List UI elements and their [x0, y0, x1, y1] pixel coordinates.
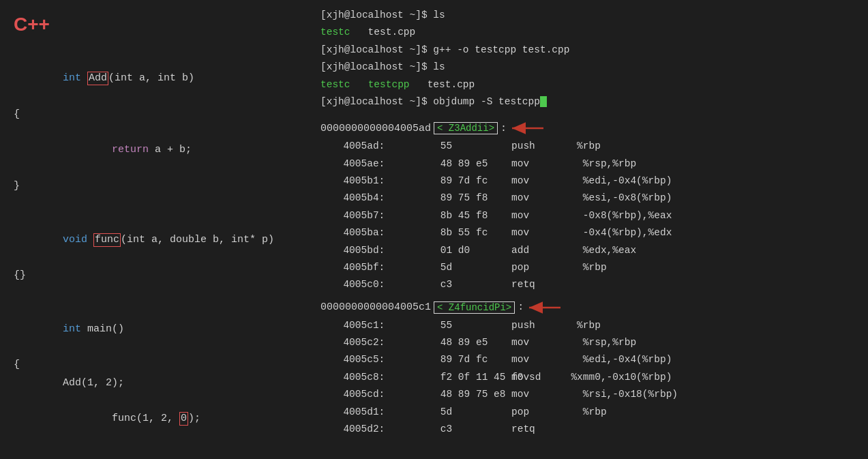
code-line-5 — [14, 195, 293, 213]
asm-bytes: 48 89 e5 — [375, 334, 511, 351]
asm-colon-1: : — [500, 123, 507, 134]
code-block: int Add(int a, int b) { return a + b; } … — [14, 52, 293, 459]
asm-section-2: 0000000000004005c1 < Z4funcidPi> : 4005c… — [320, 298, 854, 439]
asm-mangled-1: < Z3Addii> — [434, 122, 498, 134]
asm-row-1-7: 4005bd: 01 d0add %edx,%eax — [320, 242, 854, 259]
asm-instr: mov — [511, 334, 559, 351]
asm-op: %rsp,%rbp — [559, 156, 636, 173]
asm-header-1: 0000000000004005ad < Z3Addii> : — [320, 119, 854, 138]
brace-close-1: } — [14, 180, 20, 192]
asm-row-1-2: 4005ae: 48 89 e5mov %rsp,%rbp — [320, 156, 854, 173]
asm-op: %rsi,-0x18(%rbp) — [559, 386, 678, 403]
asm-op: %rsp,%rbp — [559, 334, 636, 351]
code-line-8 — [14, 284, 293, 302]
asm-instr: push — [511, 317, 559, 334]
asm-section-1: 0000000000004005ad < Z3Addii> : 4005ad: … — [320, 119, 854, 293]
term-line-4: [xjh@localhost ~]$ ls — [320, 59, 854, 76]
asm-instr: add — [511, 242, 559, 259]
asm-bytes: 55 — [375, 317, 511, 334]
asm-instr: movsd — [511, 369, 559, 386]
asm-row-1-6: 4005ba: 8b 55 fcmov -0x4(%rbp),%edx — [320, 224, 854, 241]
code-line-12: func(1, 2, 0); — [14, 392, 293, 446]
asm-bytes: 89 7d fc — [375, 351, 511, 368]
asm-addr-1: 0000000000004005ad — [320, 123, 431, 134]
asm-instr: mov — [511, 224, 559, 241]
func-params: (int a, double b, int* p) — [121, 234, 274, 246]
asm-op: %rbp — [559, 404, 607, 421]
term-line-2: testc test.cpp — [320, 24, 854, 41]
code-line-3: return a + b; — [14, 123, 293, 177]
asm-instr: pop — [511, 404, 559, 421]
asm-off: 4005c1: — [320, 317, 375, 334]
asm-instr: mov — [511, 190, 559, 207]
asm-off: 4005ae: — [320, 156, 375, 173]
kw-return-1: return — [112, 144, 149, 156]
asm-row-1-8: 4005bf: 5dpop %rbp — [320, 259, 854, 276]
asm-row-2-3: 4005c5: 89 7d fcmov %edi,-0x4(%rbp) — [320, 351, 854, 368]
asm-off: 4005ba: — [320, 224, 375, 241]
file-sep-1 — [350, 79, 368, 90]
asm-bytes: f2 0f 11 45 f0 — [375, 369, 511, 386]
asm-op: %esi,-0x8(%rbp) — [559, 190, 672, 207]
empty-braces: {} — [14, 269, 26, 281]
asm-op: %rbp — [559, 317, 601, 334]
asm-row-1-1: 4005ad: 55push %rbp — [320, 138, 854, 155]
term-line-3: [xjh@localhost ~]$ g++ -o testcpp test.c… — [320, 42, 854, 59]
asm-op: %rbp — [559, 259, 607, 276]
terminal-block: [xjh@localhost ~]$ ls testc test.cpp [xj… — [320, 7, 854, 110]
indent-1 — [63, 144, 112, 156]
asm-off: 4005ad: — [320, 138, 375, 155]
asm-op: %edi,-0x4(%rbp) — [559, 173, 672, 190]
asm-op: %edi,-0x4(%rbp) — [559, 351, 672, 368]
file-testc-1: testc — [320, 27, 350, 38]
code-line-13 — [14, 446, 293, 460]
asm-op: %edx,%eax — [559, 242, 636, 259]
asm-header-2: 0000000000004005c1 < Z4funcidPi> : — [320, 298, 854, 317]
brace-open-1: { — [14, 108, 20, 120]
terminal-cursor — [540, 96, 547, 107]
asm-instr: mov — [511, 173, 559, 190]
asm-instr: mov — [511, 207, 559, 224]
asm-bytes: 5d — [375, 404, 511, 421]
asm-bytes: 89 7d fc — [375, 173, 511, 190]
asm-row-1-3: 4005b1: 89 7d fcmov %edi,-0x4(%rbp) — [320, 173, 854, 190]
asm-instr: mov — [511, 351, 559, 368]
asm-instr: pop — [511, 259, 559, 276]
func-add-boxed: Add — [87, 72, 108, 85]
asm-row-2-6: 4005d1: 5dpop %rbp — [320, 404, 854, 421]
code-line-6: void func(int a, double b, int* p) — [14, 213, 293, 267]
asm-row-1-5: 4005b7: 8b 45 f8mov -0x8(%rbp),%eax — [320, 207, 854, 224]
code-line-11: Add(1, 2); — [14, 374, 293, 392]
cpp-title: C++ — [14, 14, 293, 35]
main-container: C++ int Add(int a, int b) { return a + b… — [0, 0, 868, 459]
asm-off: 4005bf: — [320, 259, 375, 276]
code-line-2: { — [14, 106, 293, 123]
asm-instr: mov — [511, 386, 559, 403]
keyword-int-1: int — [63, 72, 87, 84]
asm-bytes: 01 d0 — [375, 242, 511, 259]
asm-row-2-7: 4005d2: c3retq — [320, 421, 854, 438]
asm-bytes: c3 — [375, 276, 511, 293]
asm-bytes: 48 89 e5 — [375, 156, 511, 173]
asm-bytes: 48 89 75 e8 — [375, 386, 511, 403]
code-panel: C++ int Add(int a, int b) { return a + b… — [0, 0, 307, 459]
return-expr-1: a + b; — [149, 144, 192, 156]
brace-open-2: { — [14, 359, 20, 370]
asm-op: -0x8(%rbp),%eax — [559, 207, 672, 224]
asm-row-1-4: 4005b4: 89 75 f8mov %esi,-0x8(%rbp) — [320, 190, 854, 207]
asm-off: 4005b1: — [320, 173, 375, 190]
code-line-1: int Add(int a, int b) — [14, 52, 293, 106]
asm-off: 4005cd: — [320, 386, 375, 403]
term-line-1: [xjh@localhost ~]$ ls — [320, 7, 854, 24]
asm-off: 4005c5: — [320, 351, 375, 368]
arrow-2 — [526, 298, 581, 317]
asm-row-2-5: 4005cd: 48 89 75 e8mov %rsi,-0x18(%rbp) — [320, 386, 854, 403]
asm-row-2-4: 4005c8: f2 0f 11 45 f0movsd %xmm0,-0x10(… — [320, 369, 854, 386]
asm-off: 4005c0: — [320, 276, 375, 293]
add-call: Add(1, 2); — [14, 377, 124, 389]
term-line-6: [xjh@localhost ~]$ objdump -S testcpp — [320, 93, 854, 110]
asm-bytes: 8b 45 f8 — [375, 207, 511, 224]
asm-op: %xmm0,-0x10(%rbp) — [559, 369, 672, 386]
right-panel: [xjh@localhost ~]$ ls testc test.cpp [xj… — [307, 0, 868, 459]
asm-instr: push — [511, 138, 559, 155]
